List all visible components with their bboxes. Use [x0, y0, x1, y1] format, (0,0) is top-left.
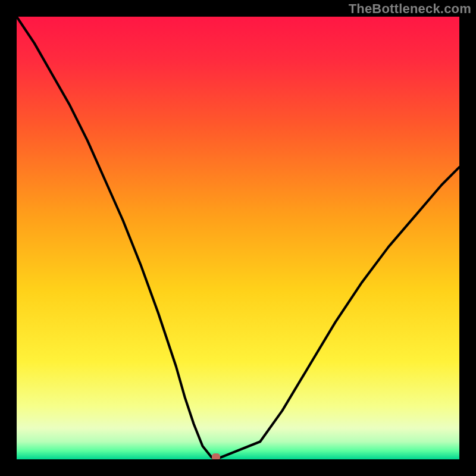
svg-rect-0 — [17, 17, 459, 459]
background-gradient — [17, 17, 459, 459]
optimal-point-marker — [212, 453, 220, 459]
chart-frame: TheBottleneck.com — [0, 0, 476, 476]
watermark-label: TheBottleneck.com — [349, 1, 471, 17]
plot-area — [17, 17, 459, 459]
